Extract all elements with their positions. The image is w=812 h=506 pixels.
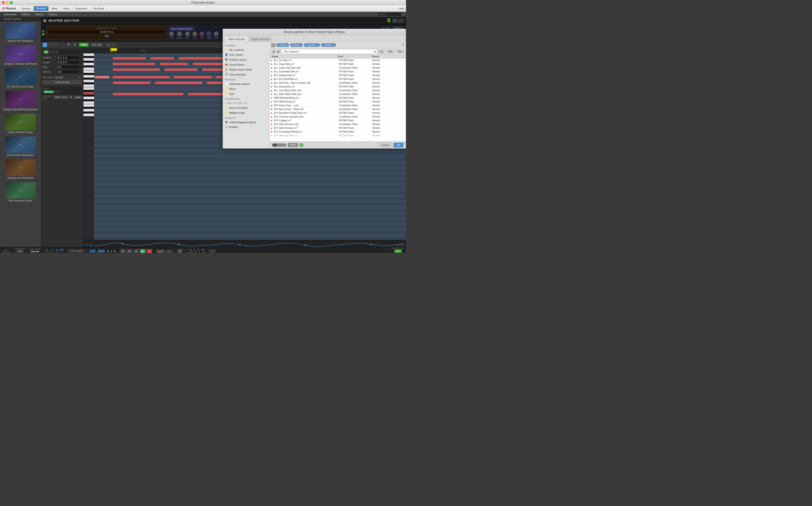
- pos-arrows[interactable]: ▲ ▼: [79, 56, 81, 59]
- stop-btn[interactable]: ■: [133, 249, 139, 253]
- loop-btn[interactable]: ↺: [177, 249, 183, 253]
- list-item[interactable]: ■ EFX Enchanted Woods.rv7 RV7000 Patch R…: [270, 130, 406, 134]
- piano-key-d2[interactable]: [83, 109, 94, 112]
- pre-button[interactable]: PRE: [165, 250, 173, 253]
- length-field[interactable]: 4. 0. 0. 0 ▲ ▼: [57, 61, 82, 64]
- piano-key-db2[interactable]: [83, 112, 94, 113]
- tab-effect-patches[interactable]: Effect Patches: [225, 37, 248, 41]
- piano-key-b2[interactable]: [83, 87, 94, 90]
- play-button-small[interactable]: ▶: [43, 19, 47, 22]
- piano-key-e2[interactable]: [83, 104, 94, 107]
- sidebar-item[interactable]: REX Dr. Octo Rex Loop Player: [0, 67, 41, 90]
- note-arrows[interactable]: ▲ ▼: [79, 66, 81, 68]
- list-item[interactable]: ■ EFX Dark Reverse.rv7 RV7000 Patch Reve…: [270, 126, 406, 130]
- delay-knob[interactable]: [169, 31, 174, 37]
- piano-key-c3w[interactable]: [83, 84, 94, 87]
- zoom-out-tool[interactable]: 🔎: [72, 43, 77, 47]
- loc-reason-library[interactable]: 📚 Reason Library: [223, 57, 270, 62]
- piano-key-f2[interactable]: [83, 101, 94, 104]
- list-item[interactable]: ■ ALL Long Stack Dark.cmb Combinator Pat…: [270, 89, 406, 92]
- preview-play-btn[interactable]: ▶: [299, 143, 303, 147]
- rack-button[interactable]: Rack: [61, 6, 72, 11]
- power-led[interactable]: [42, 33, 44, 35]
- rewind-btn[interactable]: ⏮: [120, 249, 126, 253]
- note-bar[interactable]: [113, 63, 155, 65]
- sidebar-item[interactable]: WAV Europa Shapeshifting Synthesizer: [0, 90, 41, 112]
- list-item[interactable]: ■ EFX Clapper.rv7 RV7000 Patch Reverb: [270, 119, 406, 122]
- master-ctrl-btn[interactable]: ▤: [392, 19, 398, 23]
- output-knob[interactable]: [214, 31, 219, 37]
- l-stepper[interactable]: ▲ ▼: [204, 249, 205, 251]
- loc-all-locations[interactable]: 📁 All Locations: [223, 47, 270, 52]
- master-ctrl-btn2[interactable]: ⌂: [398, 19, 404, 23]
- sidebar-item[interactable]: PHY Friktion Modeled Strings: [0, 112, 41, 135]
- note-tool[interactable]: ♩: [60, 43, 64, 47]
- piano-key-c3[interactable]: [83, 83, 94, 84]
- note-bar[interactable]: [113, 68, 160, 71]
- tab-players[interactable]: Players: [46, 12, 60, 16]
- note-bar[interactable]: [165, 68, 197, 71]
- piano-key-b3w[interactable]: [83, 58, 94, 61]
- tag-dark-close[interactable]: ✕: [299, 44, 301, 46]
- sidebar-item[interactable]: MOD Complex-1 Modular Synthesizer: [0, 44, 41, 67]
- list-item[interactable]: ■ EFX Dark Reverse.cmb Combinator Patch …: [270, 122, 406, 126]
- piano-key-c4[interactable]: [83, 53, 94, 56]
- pencil-tool[interactable]: ✏: [48, 43, 53, 47]
- tab-instruments[interactable]: Instruments: [1, 12, 19, 16]
- loc-desktop[interactable]: 🖥 Desktop: [223, 124, 270, 129]
- list-item[interactable]: ■ EFX Masonry Plate.rv7 RV7000 Patch Rev…: [270, 134, 406, 138]
- sequencer-button[interactable]: Sequencer: [72, 6, 90, 11]
- piano-key-g2[interactable]: [83, 97, 94, 99]
- filter-freq-select[interactable]: Filter Freq A: [53, 95, 73, 99]
- loc-user-library[interactable]: 👤 User Library: [223, 52, 270, 57]
- list-item[interactable]: ■ EFX Bechstein Pedal Down.rv7 RV7000 Pa…: [270, 111, 406, 115]
- tree-button[interactable]: Tree: [395, 50, 404, 54]
- loc-sound-packs[interactable]: 📦 Sound Packs: [223, 62, 270, 67]
- piano-key-g3w[interactable]: [83, 68, 94, 70]
- loc-sidechain[interactable]: 📄 Sidechain.repatch: [223, 81, 270, 86]
- clear-all-tags-icon[interactable]: ✕: [401, 43, 404, 47]
- piano-key-e3[interactable]: [83, 73, 94, 75]
- location-dropdown[interactable]: All Locations: [282, 49, 377, 54]
- minimize-button[interactable]: [6, 1, 9, 4]
- piano-key-f3[interactable]: [83, 70, 94, 73]
- piano-key-d3w[interactable]: [83, 80, 94, 83]
- help-button[interactable]: Help: [399, 7, 404, 10]
- list-item[interactable]: ■ DRM 80sGatedPlate.rv7 RV7000 Patch Rev…: [270, 96, 406, 100]
- fold-btn[interactable]: ▤: [105, 43, 110, 47]
- piano-key-e3w[interactable]: [83, 75, 94, 78]
- loc-mattias-made[interactable]: ⭐ Mattias-made: [223, 110, 270, 115]
- tag-delay-close[interactable]: ✕: [333, 44, 335, 46]
- grid-selector[interactable]: Grid (1/8): [90, 43, 103, 47]
- list-item[interactable]: ■ ALL Cuper Hall Dark.cmb Combinator Pat…: [270, 66, 406, 70]
- alt-button[interactable]: ALT: [209, 249, 216, 253]
- collapse-icon[interactable]: [42, 30, 44, 32]
- fast-forward-btn[interactable]: ⏭: [127, 249, 132, 253]
- piano-key-a2[interactable]: [83, 92, 94, 95]
- list-item[interactable]: ■ ALL Impressions.rv7 RV7000 Patch Rever…: [270, 85, 406, 89]
- tab-utilities[interactable]: Utilities: [33, 12, 46, 16]
- multi-lane-edit-button[interactable]: Multi Lane Edit: [42, 80, 82, 84]
- forward-btn[interactable]: ▶: [276, 50, 281, 54]
- search-clear-icon[interactable]: ✕: [401, 13, 405, 16]
- mixer-button[interactable]: Mixer: [49, 6, 61, 11]
- list-item[interactable]: ■ ALL Short Stack Dark.cmb Combinator Pa…: [270, 92, 406, 96]
- beat-sync-btn[interactable]: Beat Sync: [44, 91, 54, 93]
- note-bar[interactable]: [160, 63, 188, 65]
- snap-toggle[interactable]: SNAP: [44, 50, 49, 54]
- piano-key-g3[interactable]: [83, 66, 94, 68]
- view-mode-dropdown[interactable]: Key Edit ▼: [54, 76, 82, 79]
- piano-key-bb2[interactable]: [83, 90, 94, 92]
- play-btn[interactable]: ▶: [140, 249, 146, 253]
- note-bar[interactable]: [113, 93, 183, 95]
- list-item[interactable]: ■ ALL CuperHall Dark.rv7 RV7000 Patch Re…: [270, 70, 406, 74]
- list-item[interactable]: ■ ALL Crag Valley.rv7 RV7000 Patch Rever…: [270, 62, 406, 66]
- wobbler-knob[interactable]: [177, 31, 182, 37]
- zoom-in-tool[interactable]: 🔍: [67, 43, 71, 47]
- maximize-button[interactable]: [10, 1, 13, 4]
- auto-toggle[interactable]: [272, 144, 286, 147]
- browser-button[interactable]: Browser: [33, 6, 48, 11]
- list-item[interactable]: ■ ALL DLS RichPlate.rv7 RV7000 Patch Rev…: [270, 77, 406, 81]
- tag-revert-close[interactable]: ✕: [317, 44, 319, 46]
- up-button[interactable]: Up: [378, 50, 385, 54]
